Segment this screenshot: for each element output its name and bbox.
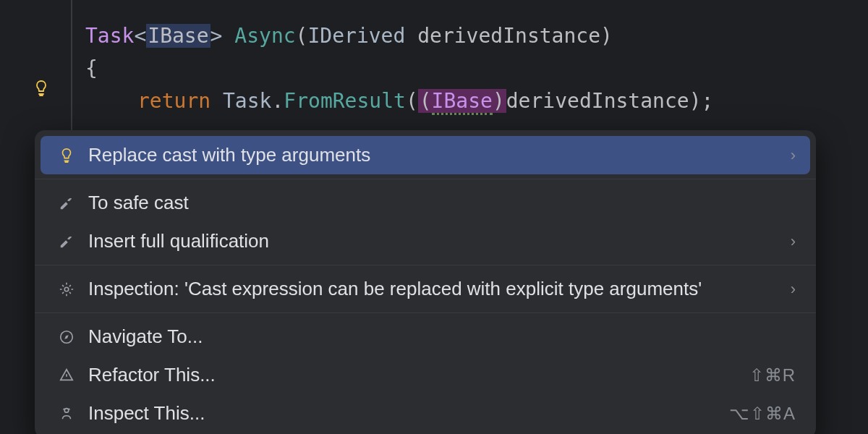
code-line-1: Task<IBase> Async(IDerived derivedInstan… xyxy=(85,20,855,53)
chevron-right-icon: › xyxy=(791,232,796,251)
cast-type: IBase xyxy=(432,89,493,115)
cast-expression: (IBase) xyxy=(418,89,506,113)
chevron-right-icon: › xyxy=(791,146,796,165)
divider xyxy=(35,312,816,313)
menu-item-label: To safe cast xyxy=(88,192,796,214)
menu-replace-cast[interactable]: Replace cast with type arguments › xyxy=(41,136,810,174)
task-class: Task xyxy=(223,89,271,113)
method-name: Async xyxy=(234,24,295,48)
param-type: IDerived xyxy=(307,24,405,48)
open-brace: { xyxy=(85,56,98,80)
code-line-3: return Task.FromResult((IBase)derivedIns… xyxy=(85,85,855,118)
hammer-icon xyxy=(55,195,78,211)
menu-item-label: Navigate To... xyxy=(88,326,796,348)
divider xyxy=(35,179,816,179)
shortcut-text: ⌥⇧⌘A xyxy=(729,404,796,424)
menu-insert-qualification[interactable]: Insert full qualification › xyxy=(35,222,816,260)
menu-navigate-to[interactable]: Navigate To... xyxy=(35,318,816,356)
refactor-icon xyxy=(55,367,78,383)
ibase-generic: IBase xyxy=(146,24,210,48)
menu-item-label: Refactor This... xyxy=(88,364,749,386)
lightbulb-icon xyxy=(55,148,78,163)
task-keyword: Task xyxy=(85,24,134,48)
cast-arg: derivedInstance xyxy=(506,89,689,113)
shortcut-text: ⇧⌘R xyxy=(749,365,796,386)
return-keyword: return xyxy=(137,89,210,113)
svg-point-0 xyxy=(64,287,69,292)
menu-item-label: Insert full qualification xyxy=(88,230,791,252)
menu-item-label: Replace cast with type arguments xyxy=(88,144,791,166)
param-name: derivedInstance xyxy=(417,24,600,48)
menu-inspect-this[interactable]: Inspect This... ⌥⇧⌘A xyxy=(35,394,816,433)
svg-point-2 xyxy=(64,408,69,412)
divider xyxy=(35,265,816,265)
menu-to-safe-cast[interactable]: To safe cast xyxy=(35,184,816,222)
code-line-2: { xyxy=(85,53,855,85)
inspect-icon xyxy=(55,406,78,422)
lightbulb-gutter-icon[interactable] xyxy=(33,80,50,97)
intention-actions-popup: Replace cast with type arguments › To sa… xyxy=(35,130,816,434)
compass-icon xyxy=(55,329,78,345)
gear-icon xyxy=(55,281,78,297)
menu-item-label: Inspect This... xyxy=(88,402,729,425)
menu-item-label: Inspection: 'Cast expression can be repl… xyxy=(88,278,791,300)
menu-refactor-this[interactable]: Refactor This... ⇧⌘R xyxy=(35,356,816,394)
menu-inspection[interactable]: Inspection: 'Cast expression can be repl… xyxy=(35,270,816,308)
chevron-right-icon: › xyxy=(791,280,796,299)
hammer-icon xyxy=(55,234,78,250)
from-result: FromResult xyxy=(284,89,406,113)
